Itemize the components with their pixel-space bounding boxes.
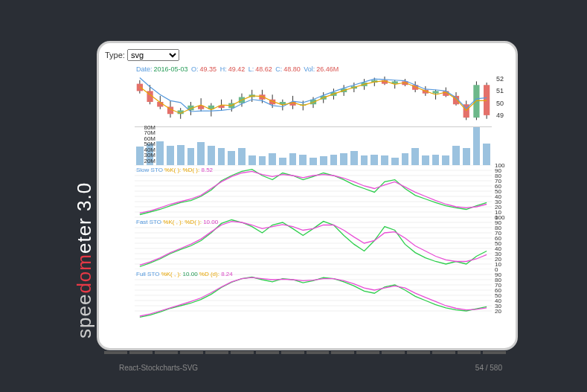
svg-rect-69 [484,85,490,115]
slow-sto-chart: Slow STO %K( ): %D( ): 8.52 [135,165,492,217]
progress-segments [104,351,506,356]
full-sto-chart: Full STO %K( , ): 10.00 %D (d): 8.24 [135,269,492,321]
test-name: React-Stockcharts-SVG [119,364,198,372]
ohlc-readout: Date:2016-05-03 O:49.35 H:49.42 L:48.62 … [136,65,340,73]
test-progress: 54 / 580 [475,364,502,372]
type-select[interactable]: svg [127,49,179,61]
type-row: Type: svg [105,49,179,61]
svg-rect-1 [137,84,143,91]
fast-sto-chart: Fast STO %K( , ): %D( ): 10.00 [135,217,492,269]
candlestick-chart [135,73,492,121]
type-label: Type: [105,51,125,60]
svg-rect-59 [432,91,438,93]
volume-chart [135,126,492,165]
chart-frame: Type: svg Date:2016-05-03 O:49.35 H:49.4… [97,41,518,350]
speedometer-logo: speedometer 3.0 [73,182,96,338]
